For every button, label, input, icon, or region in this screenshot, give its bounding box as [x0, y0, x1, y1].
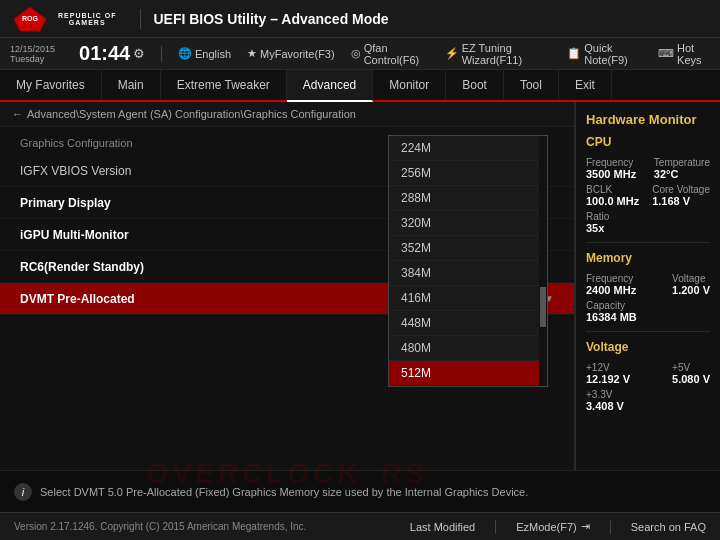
bclk-value: 100.0 MHz	[586, 195, 639, 207]
time-value: 01:44	[79, 42, 130, 65]
nav-item-myfavorites[interactable]: My Favorites	[0, 70, 102, 100]
cpu-temp-label: Temperature	[654, 157, 710, 168]
brand-line1: REPUBLIC OF	[58, 12, 116, 19]
dropdown-option-480m[interactable]: 480M	[389, 336, 547, 361]
right-panel: Hardware Monitor CPU Frequency 3500 MHz …	[575, 102, 720, 470]
bclk-label: BCLK	[586, 184, 639, 195]
hw-title: Hardware Monitor	[586, 112, 710, 127]
v5-value: 5.080 V	[672, 373, 710, 385]
v5-label: +5V	[672, 362, 710, 373]
svg-text:ROG: ROG	[22, 15, 39, 22]
ez-mode-button[interactable]: EzMode(F7) ⇥	[516, 520, 590, 533]
fan-icon: ◎	[351, 47, 361, 60]
v33-value: 3.408 V	[586, 400, 624, 412]
dropdown-option-448m[interactable]: 448M	[389, 311, 547, 336]
ez-mode-label: EzMode(F7)	[516, 521, 577, 533]
core-voltage-value: 1.168 V	[652, 195, 710, 207]
v12-label: +12V	[586, 362, 630, 373]
dropdown-scrollbar[interactable]	[539, 136, 547, 386]
quick-note-button[interactable]: 📋 Quick Note(F9)	[567, 42, 642, 66]
dropdown-option-416m[interactable]: 416M	[389, 286, 547, 311]
memory-section-title: Memory	[586, 251, 710, 265]
nav-item-exit[interactable]: Exit	[559, 70, 612, 100]
ratio-label: Ratio	[586, 211, 609, 222]
dropdown-option-352m[interactable]: 352M	[389, 236, 547, 261]
note-icon: 📋	[567, 47, 581, 60]
nav-item-advanced[interactable]: Advanced	[287, 70, 373, 102]
header-bar: ROG REPUBLIC OF GAMERS UEFI BIOS Utility…	[0, 0, 720, 38]
rog-logo: ROG	[12, 5, 48, 33]
nav-label-advanced: Advanced	[303, 78, 356, 92]
voltage-section-title: Voltage	[586, 340, 710, 354]
cpu-temp-value: 32°C	[654, 168, 710, 180]
myfavorite-button[interactable]: ★ MyFavorite(F3)	[247, 47, 335, 60]
cpu-freq-label: Frequency	[586, 157, 636, 168]
datetime-block: 12/15/2015 Tuesday	[10, 44, 55, 64]
language-label: English	[195, 48, 231, 60]
qfan-button[interactable]: ◎ Qfan Control(F6)	[351, 42, 429, 66]
nav-item-monitor[interactable]: Monitor	[373, 70, 446, 100]
v33-row: +3.3V 3.408 V	[586, 389, 710, 412]
info-icon: i	[14, 483, 32, 501]
ez-tuning-label: EZ Tuning Wizard(F11)	[462, 42, 552, 66]
nav-label-boot: Boot	[462, 78, 487, 92]
dropdown-option-256m[interactable]: 256M	[389, 161, 547, 186]
nav-label-monitor: Monitor	[389, 78, 429, 92]
scrollbar-thumb	[540, 287, 546, 327]
dvmt-dropdown[interactable]: 224M 256M 288M 320M 352M 384M 416M 448M …	[388, 135, 548, 387]
footer-version: Version 2.17.1246. Copyright (C) 2015 Am…	[14, 521, 306, 532]
quick-note-label: Quick Note(F9)	[584, 42, 642, 66]
ratio-value: 35x	[586, 222, 609, 234]
date-display: 12/15/2015	[10, 44, 55, 54]
info-bar: i Select DVMT 5.0 Pre-Allocated (Fixed) …	[0, 470, 720, 512]
dropdown-option-320m[interactable]: 320M	[389, 211, 547, 236]
myfavorite-label: MyFavorite(F3)	[260, 48, 335, 60]
time-display: 01:44 ⚙	[79, 42, 145, 65]
dropdown-option-384m[interactable]: 384M	[389, 261, 547, 286]
info-text: Select DVMT 5.0 Pre-Allocated (Fixed) Gr…	[40, 486, 528, 498]
mem-freq-row: Frequency 2400 MHz Voltage 1.200 V	[586, 273, 710, 296]
breadcrumb-arrow[interactable]: ←	[12, 108, 23, 120]
nav-item-tool[interactable]: Tool	[504, 70, 559, 100]
ez-tuning-button[interactable]: ⚡ EZ Tuning Wizard(F11)	[445, 42, 552, 66]
breadcrumb-path: Advanced\System Agent (SA) Configuration…	[27, 108, 356, 120]
lightning-icon: ⚡	[445, 47, 459, 60]
mem-freq-value: 2400 MHz	[586, 284, 636, 296]
hot-keys-button[interactable]: ⌨ Hot Keys	[658, 42, 710, 66]
nav-item-boot[interactable]: Boot	[446, 70, 504, 100]
brand-line2: GAMERS	[69, 19, 106, 26]
core-voltage-label: Core Voltage	[652, 184, 710, 195]
last-modified-button[interactable]: Last Modified	[410, 521, 475, 533]
nav-label-exit: Exit	[575, 78, 595, 92]
toolbar: 12/15/2015 Tuesday 01:44 ⚙ 🌐 English ★ M…	[0, 38, 720, 70]
divider-1	[586, 242, 710, 243]
keyboard-icon: ⌨	[658, 47, 674, 60]
footer-separator-2	[610, 520, 611, 534]
nav-item-main[interactable]: Main	[102, 70, 161, 100]
dropdown-option-512m[interactable]: 512M	[389, 361, 547, 386]
v12-row: +12V 12.192 V +5V 5.080 V	[586, 362, 710, 385]
last-modified-label: Last Modified	[410, 521, 475, 533]
day-display: Tuesday	[10, 54, 55, 64]
mem-capacity-value: 16384 MB	[586, 311, 637, 323]
nav-label-tool: Tool	[520, 78, 542, 92]
mem-voltage-label: Voltage	[672, 273, 710, 284]
cpu-section-title: CPU	[586, 135, 710, 149]
v12-value: 12.192 V	[586, 373, 630, 385]
mem-capacity-label: Capacity	[586, 300, 637, 311]
settings-icon[interactable]: ⚙	[133, 46, 145, 61]
divider-2	[586, 331, 710, 332]
main-content: ← Advanced\System Agent (SA) Configurati…	[0, 102, 720, 470]
search-faq-button[interactable]: Search on FAQ	[631, 521, 706, 533]
mem-voltage-value: 1.200 V	[672, 284, 710, 296]
v33-label: +3.3V	[586, 389, 624, 400]
mem-capacity-row: Capacity 16384 MB	[586, 300, 710, 323]
bclk-row: BCLK 100.0 MHz Core Voltage 1.168 V	[586, 184, 710, 207]
mem-freq-label: Frequency	[586, 273, 636, 284]
dropdown-option-288m[interactable]: 288M	[389, 186, 547, 211]
dropdown-option-224m[interactable]: 224M	[389, 136, 547, 161]
breadcrumb: ← Advanced\System Agent (SA) Configurati…	[0, 102, 574, 127]
language-selector[interactable]: 🌐 English	[178, 47, 231, 60]
hot-keys-label: Hot Keys	[677, 42, 710, 66]
nav-item-extremetweaker[interactable]: Extreme Tweaker	[161, 70, 287, 100]
